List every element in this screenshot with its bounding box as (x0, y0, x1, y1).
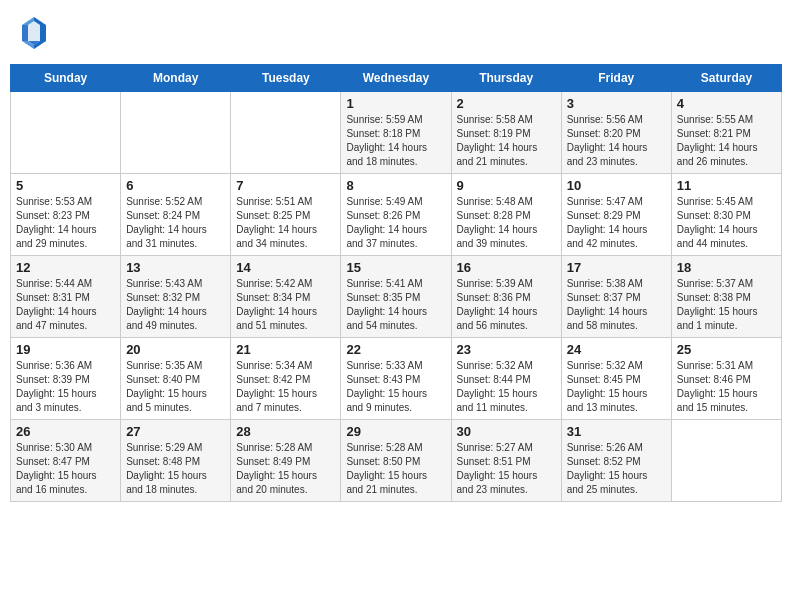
weekday-header-saturday: Saturday (671, 65, 781, 92)
day-number: 11 (677, 178, 776, 193)
calendar-cell: 23Sunrise: 5:32 AM Sunset: 8:44 PM Dayli… (451, 338, 561, 420)
day-number: 30 (457, 424, 556, 439)
calendar-cell: 21Sunrise: 5:34 AM Sunset: 8:42 PM Dayli… (231, 338, 341, 420)
day-number: 1 (346, 96, 445, 111)
calendar-cell: 7Sunrise: 5:51 AM Sunset: 8:25 PM Daylig… (231, 174, 341, 256)
day-info: Sunrise: 5:58 AM Sunset: 8:19 PM Dayligh… (457, 113, 556, 169)
calendar-cell: 8Sunrise: 5:49 AM Sunset: 8:26 PM Daylig… (341, 174, 451, 256)
day-info: Sunrise: 5:49 AM Sunset: 8:26 PM Dayligh… (346, 195, 445, 251)
day-info: Sunrise: 5:47 AM Sunset: 8:29 PM Dayligh… (567, 195, 666, 251)
calendar-week-2: 5Sunrise: 5:53 AM Sunset: 8:23 PM Daylig… (11, 174, 782, 256)
day-info: Sunrise: 5:44 AM Sunset: 8:31 PM Dayligh… (16, 277, 115, 333)
day-number: 8 (346, 178, 445, 193)
day-number: 12 (16, 260, 115, 275)
weekday-header-thursday: Thursday (451, 65, 561, 92)
calendar-cell: 27Sunrise: 5:29 AM Sunset: 8:48 PM Dayli… (121, 420, 231, 502)
calendar-cell: 30Sunrise: 5:27 AM Sunset: 8:51 PM Dayli… (451, 420, 561, 502)
weekday-header-sunday: Sunday (11, 65, 121, 92)
calendar-cell: 6Sunrise: 5:52 AM Sunset: 8:24 PM Daylig… (121, 174, 231, 256)
day-number: 14 (236, 260, 335, 275)
calendar-cell: 25Sunrise: 5:31 AM Sunset: 8:46 PM Dayli… (671, 338, 781, 420)
day-number: 22 (346, 342, 445, 357)
day-number: 10 (567, 178, 666, 193)
day-number: 24 (567, 342, 666, 357)
calendar-cell: 19Sunrise: 5:36 AM Sunset: 8:39 PM Dayli… (11, 338, 121, 420)
day-info: Sunrise: 5:42 AM Sunset: 8:34 PM Dayligh… (236, 277, 335, 333)
day-info: Sunrise: 5:45 AM Sunset: 8:30 PM Dayligh… (677, 195, 776, 251)
calendar-cell: 11Sunrise: 5:45 AM Sunset: 8:30 PM Dayli… (671, 174, 781, 256)
day-info: Sunrise: 5:51 AM Sunset: 8:25 PM Dayligh… (236, 195, 335, 251)
calendar-cell: 12Sunrise: 5:44 AM Sunset: 8:31 PM Dayli… (11, 256, 121, 338)
calendar-cell: 26Sunrise: 5:30 AM Sunset: 8:47 PM Dayli… (11, 420, 121, 502)
day-info: Sunrise: 5:52 AM Sunset: 8:24 PM Dayligh… (126, 195, 225, 251)
calendar-week-1: 1Sunrise: 5:59 AM Sunset: 8:18 PM Daylig… (11, 92, 782, 174)
day-number: 16 (457, 260, 556, 275)
calendar-header: SundayMondayTuesdayWednesdayThursdayFrid… (11, 65, 782, 92)
weekday-header-tuesday: Tuesday (231, 65, 341, 92)
day-number: 31 (567, 424, 666, 439)
calendar-table: SundayMondayTuesdayWednesdayThursdayFrid… (10, 64, 782, 502)
day-number: 15 (346, 260, 445, 275)
day-number: 21 (236, 342, 335, 357)
day-info: Sunrise: 5:31 AM Sunset: 8:46 PM Dayligh… (677, 359, 776, 415)
day-info: Sunrise: 5:41 AM Sunset: 8:35 PM Dayligh… (346, 277, 445, 333)
calendar-cell: 4Sunrise: 5:55 AM Sunset: 8:21 PM Daylig… (671, 92, 781, 174)
day-info: Sunrise: 5:53 AM Sunset: 8:23 PM Dayligh… (16, 195, 115, 251)
day-number: 5 (16, 178, 115, 193)
day-number: 9 (457, 178, 556, 193)
calendar-cell: 3Sunrise: 5:56 AM Sunset: 8:20 PM Daylig… (561, 92, 671, 174)
day-info: Sunrise: 5:36 AM Sunset: 8:39 PM Dayligh… (16, 359, 115, 415)
day-number: 17 (567, 260, 666, 275)
day-info: Sunrise: 5:39 AM Sunset: 8:36 PM Dayligh… (457, 277, 556, 333)
day-info: Sunrise: 5:35 AM Sunset: 8:40 PM Dayligh… (126, 359, 225, 415)
day-number: 4 (677, 96, 776, 111)
day-info: Sunrise: 5:59 AM Sunset: 8:18 PM Dayligh… (346, 113, 445, 169)
day-info: Sunrise: 5:27 AM Sunset: 8:51 PM Dayligh… (457, 441, 556, 497)
day-number: 13 (126, 260, 225, 275)
day-info: Sunrise: 5:34 AM Sunset: 8:42 PM Dayligh… (236, 359, 335, 415)
logo-icon (20, 15, 48, 51)
svg-marker-4 (40, 25, 46, 41)
day-info: Sunrise: 5:55 AM Sunset: 8:21 PM Dayligh… (677, 113, 776, 169)
calendar-cell: 22Sunrise: 5:33 AM Sunset: 8:43 PM Dayli… (341, 338, 451, 420)
calendar-cell: 14Sunrise: 5:42 AM Sunset: 8:34 PM Dayli… (231, 256, 341, 338)
day-info: Sunrise: 5:33 AM Sunset: 8:43 PM Dayligh… (346, 359, 445, 415)
calendar-cell: 2Sunrise: 5:58 AM Sunset: 8:19 PM Daylig… (451, 92, 561, 174)
day-info: Sunrise: 5:48 AM Sunset: 8:28 PM Dayligh… (457, 195, 556, 251)
day-number: 29 (346, 424, 445, 439)
day-number: 18 (677, 260, 776, 275)
day-number: 23 (457, 342, 556, 357)
day-info: Sunrise: 5:43 AM Sunset: 8:32 PM Dayligh… (126, 277, 225, 333)
calendar-cell: 15Sunrise: 5:41 AM Sunset: 8:35 PM Dayli… (341, 256, 451, 338)
day-number: 26 (16, 424, 115, 439)
day-number: 25 (677, 342, 776, 357)
calendar-cell: 10Sunrise: 5:47 AM Sunset: 8:29 PM Dayli… (561, 174, 671, 256)
day-info: Sunrise: 5:56 AM Sunset: 8:20 PM Dayligh… (567, 113, 666, 169)
day-number: 6 (126, 178, 225, 193)
calendar-cell (671, 420, 781, 502)
day-info: Sunrise: 5:28 AM Sunset: 8:50 PM Dayligh… (346, 441, 445, 497)
weekday-row: SundayMondayTuesdayWednesdayThursdayFrid… (11, 65, 782, 92)
day-number: 19 (16, 342, 115, 357)
day-info: Sunrise: 5:26 AM Sunset: 8:52 PM Dayligh… (567, 441, 666, 497)
calendar-cell: 1Sunrise: 5:59 AM Sunset: 8:18 PM Daylig… (341, 92, 451, 174)
calendar-week-3: 12Sunrise: 5:44 AM Sunset: 8:31 PM Dayli… (11, 256, 782, 338)
day-number: 20 (126, 342, 225, 357)
calendar-cell: 9Sunrise: 5:48 AM Sunset: 8:28 PM Daylig… (451, 174, 561, 256)
calendar-cell (11, 92, 121, 174)
day-number: 2 (457, 96, 556, 111)
calendar-cell: 18Sunrise: 5:37 AM Sunset: 8:38 PM Dayli… (671, 256, 781, 338)
calendar-cell: 31Sunrise: 5:26 AM Sunset: 8:52 PM Dayli… (561, 420, 671, 502)
calendar-cell: 17Sunrise: 5:38 AM Sunset: 8:37 PM Dayli… (561, 256, 671, 338)
calendar-cell: 24Sunrise: 5:32 AM Sunset: 8:45 PM Dayli… (561, 338, 671, 420)
calendar-cell: 13Sunrise: 5:43 AM Sunset: 8:32 PM Dayli… (121, 256, 231, 338)
day-info: Sunrise: 5:38 AM Sunset: 8:37 PM Dayligh… (567, 277, 666, 333)
page-header (10, 10, 782, 56)
calendar-cell: 20Sunrise: 5:35 AM Sunset: 8:40 PM Dayli… (121, 338, 231, 420)
day-info: Sunrise: 5:32 AM Sunset: 8:44 PM Dayligh… (457, 359, 556, 415)
day-number: 7 (236, 178, 335, 193)
calendar-body: 1Sunrise: 5:59 AM Sunset: 8:18 PM Daylig… (11, 92, 782, 502)
calendar-week-5: 26Sunrise: 5:30 AM Sunset: 8:47 PM Dayli… (11, 420, 782, 502)
weekday-header-wednesday: Wednesday (341, 65, 451, 92)
calendar-cell: 29Sunrise: 5:28 AM Sunset: 8:50 PM Dayli… (341, 420, 451, 502)
